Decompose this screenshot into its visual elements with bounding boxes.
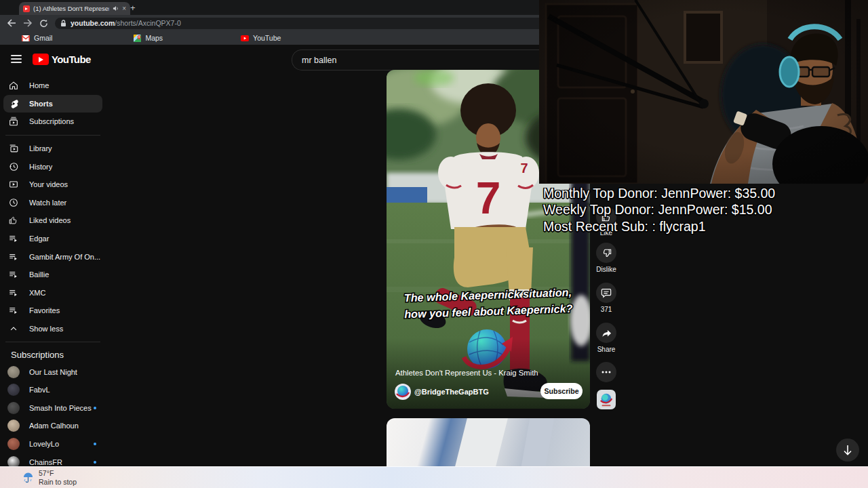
- sidebar-sub-adam-calhoun[interactable]: Adam Calhoun: [0, 417, 106, 435]
- sidebar-item-playlist-gambit[interactable]: Gambit Army Of On...: [0, 247, 106, 266]
- sidebar-item-playlist-baillie[interactable]: Baillie: [0, 266, 106, 284]
- playlist-icon: [7, 232, 20, 245]
- avatar: [7, 366, 20, 378]
- sidebar-item-subscriptions[interactable]: Subscriptions: [0, 113, 106, 131]
- next-short-nav-button[interactable]: [836, 439, 859, 462]
- url-path: /shorts/AxcinQPX7-0: [115, 19, 180, 27]
- sidebar-sub-fabvl[interactable]: FabvL: [0, 381, 106, 399]
- streamer-webcam-overlay: [539, 0, 868, 184]
- avatar: [7, 420, 20, 432]
- tab-close-icon[interactable]: ×: [122, 5, 126, 12]
- playlist-icon: [7, 268, 20, 281]
- overlay-weekly-top-donor: Weekly Top Donor: JennPower: $15.00: [543, 201, 862, 218]
- thumbs-down-icon: [604, 249, 610, 256]
- channel-avatar-rail[interactable]: [597, 390, 616, 409]
- sidebar: Home Shorts Subscriptions Library Histor…: [0, 77, 106, 471]
- preview-shape: [455, 418, 508, 466]
- share-arrow-icon: [602, 329, 611, 336]
- playlist-icon: [7, 287, 20, 299]
- hamburger-menu-icon[interactable]: [11, 55, 22, 63]
- channel-avatar[interactable]: [395, 384, 411, 400]
- sidebar-item-home[interactable]: Home: [0, 77, 106, 95]
- share-label: Share: [587, 346, 625, 353]
- tab-title: (1) Athletes Don't Represent: [33, 5, 109, 12]
- weather-desc: Rain to stop: [39, 478, 77, 487]
- sidebar-item-library[interactable]: Library: [0, 140, 106, 158]
- channel-globe-icon: [599, 392, 614, 407]
- overlay-most-recent-sub: Most Recent Sub: : flycrap1: [543, 218, 862, 235]
- preview-shape: [521, 418, 555, 466]
- forward-icon[interactable]: [23, 19, 33, 27]
- comment-count: 371: [587, 306, 625, 313]
- sidebar-divider: [5, 342, 100, 342]
- down-arrow-icon: [843, 445, 852, 455]
- sidebar-sub-lovelylo[interactable]: LovelyLo: [0, 435, 106, 453]
- webcam-scene: [539, 0, 868, 184]
- subscriptions-header: Subscriptions: [0, 346, 106, 363]
- subscribe-button[interactable]: Subscribe: [540, 383, 583, 399]
- taskbar-weather-widget[interactable]: 57°F Rain to stop: [23, 469, 77, 487]
- playlist-icon: [7, 251, 20, 263]
- more-actions-button[interactable]: [596, 362, 616, 382]
- jersey-sleeve-number: 7: [520, 161, 528, 176]
- subscriptions-icon: [7, 115, 20, 127]
- reload-icon[interactable]: [39, 19, 48, 28]
- stream-overlay-text: Monthly Top Donor: JennPower: $35.00 Wee…: [543, 185, 862, 235]
- share-button[interactable]: [596, 323, 616, 343]
- search-box[interactable]: mr ballen ×: [292, 49, 558, 70]
- library-icon: [7, 142, 20, 155]
- bookmark-youtube[interactable]: YouTube: [241, 34, 281, 42]
- dislike-label: Dislike: [587, 266, 625, 273]
- jersey-number: 7: [476, 173, 501, 223]
- overlay-monthly-top-donor: Monthly Top Donor: JennPower: $35.00: [543, 185, 862, 201]
- rain-umbrella-icon: [23, 472, 33, 484]
- shorts-icon: [7, 98, 20, 110]
- short-title: Athletes Don't Represent Us - Kraig Smit…: [395, 369, 538, 377]
- sidebar-item-liked-videos[interactable]: Liked videos: [0, 211, 106, 230]
- youtube-bookmark-icon: [241, 35, 249, 41]
- new-content-dot: [94, 443, 96, 445]
- sidebar-item-playlist-xmc[interactable]: XMC: [0, 284, 106, 302]
- maps-icon: [134, 35, 141, 42]
- history-icon: [7, 161, 20, 173]
- dislike-button[interactable]: [596, 243, 616, 263]
- gmail-icon: [22, 35, 30, 41]
- browser-tab[interactable]: (1) Athletes Don't Represent ×: [19, 2, 130, 15]
- your-videos-icon: [7, 178, 20, 190]
- next-short-preview[interactable]: [387, 418, 590, 466]
- tab-audio-icon[interactable]: [113, 5, 119, 12]
- svg-text:Subscribe: Subscribe: [544, 387, 578, 395]
- weather-temp: 57°F: [39, 469, 77, 478]
- sidebar-item-playlist-favorites[interactable]: Favorites: [0, 302, 106, 320]
- sidebar-sub-smash-into-pieces[interactable]: Smash Into Pieces: [0, 399, 106, 418]
- chevron-up-icon: [7, 323, 20, 335]
- sidebar-item-shorts[interactable]: Shorts: [3, 95, 102, 113]
- url-host: youtube.com: [71, 19, 115, 27]
- new-tab-button[interactable]: +: [130, 3, 136, 13]
- sidebar-sub-our-last-night[interactable]: Our Last Night: [0, 363, 106, 381]
- search-input[interactable]: mr ballen: [302, 56, 539, 65]
- sidebar-item-playlist-edgar[interactable]: Edgar: [0, 230, 106, 248]
- sidebar-item-show-less[interactable]: Show less: [0, 320, 106, 338]
- sidebar-item-your-videos[interactable]: Your videos: [0, 176, 106, 194]
- channel-handle[interactable]: @BridgeTheGapBTG: [414, 388, 489, 396]
- bookmark-maps[interactable]: Maps: [134, 34, 163, 42]
- comments-button[interactable]: [596, 283, 616, 303]
- youtube-logo[interactable]: YouTube: [33, 54, 91, 65]
- avatar: [7, 384, 20, 396]
- bookmark-gmail[interactable]: Gmail: [22, 34, 52, 42]
- sidebar-divider: [5, 135, 100, 136]
- avatar: [7, 438, 20, 450]
- lock-icon[interactable]: [60, 20, 66, 27]
- new-content-dot: [94, 461, 96, 464]
- sidebar-item-history[interactable]: History: [0, 157, 106, 176]
- back-icon[interactable]: [7, 19, 16, 27]
- sidebar-item-watch-later[interactable]: Watch later: [0, 194, 106, 212]
- watch-later-icon: [7, 197, 20, 209]
- liked-videos-icon: [7, 214, 20, 226]
- playlist-icon: [7, 304, 20, 317]
- new-content-dot: [94, 407, 96, 409]
- windows-taskbar: 57°F Rain to stop Search Blue: [0, 466, 868, 488]
- home-icon: [7, 79, 20, 92]
- youtube-favicon: [23, 5, 30, 12]
